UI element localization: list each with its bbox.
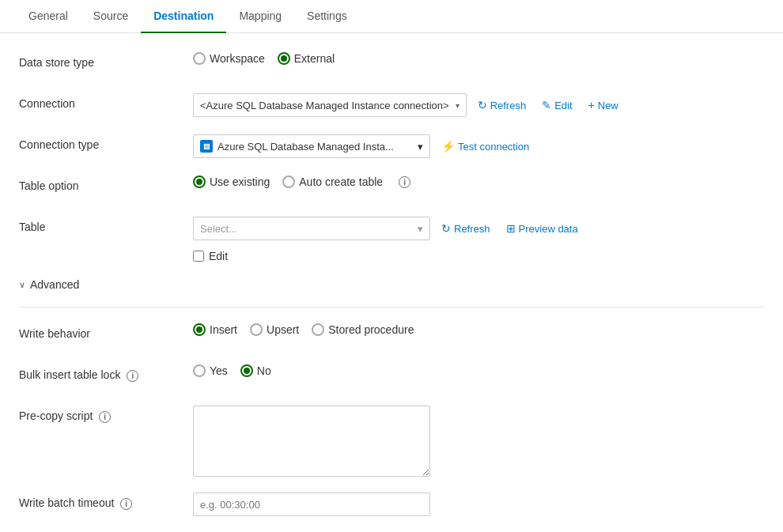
- radio-no-label: No: [257, 364, 271, 377]
- table-preview-button[interactable]: ⊞ Preview data: [501, 219, 583, 238]
- database-icon: ▤: [200, 140, 213, 153]
- table-option-radio-group: Use existing Auto create table i: [193, 175, 410, 188]
- table-edit-checkbox[interactable]: Edit: [193, 250, 228, 262]
- table-option-control: Use existing Auto create table i: [193, 175, 410, 188]
- write-behavior-control: Insert Upsert Stored procedure: [193, 323, 414, 336]
- table-edit-checkbox-input[interactable]: [193, 251, 204, 262]
- pre-copy-script-label: Pre-copy script i: [19, 406, 193, 423]
- tab-mapping[interactable]: Mapping: [226, 0, 294, 33]
- bulk-insert-control: Yes No: [193, 364, 271, 377]
- advanced-toggle[interactable]: ∨ Advanced: [19, 278, 764, 291]
- plug-icon: ⚡: [441, 140, 455, 153]
- form-content: Data store type Workspace External Conne…: [0, 33, 783, 532]
- connection-type-inner: ▤ Azure SQL Database Managed Insta...: [200, 140, 394, 153]
- radio-yes-input[interactable]: [193, 364, 206, 377]
- connection-refresh-button[interactable]: ↻ Refresh: [473, 96, 531, 115]
- table-row: Table Select... ▾ ↻ Refresh ⊞ Preview da…: [19, 217, 764, 262]
- table-option-info-icon: i: [399, 176, 410, 188]
- pre-copy-info-icon: i: [99, 411, 111, 423]
- table-label: Table: [19, 217, 193, 233]
- table-refresh-button[interactable]: ↻ Refresh: [437, 219, 495, 238]
- radio-yes[interactable]: Yes: [193, 364, 228, 377]
- write-batch-timeout-label: Write batch timeout i: [19, 492, 193, 510]
- connection-edit-label: Edit: [554, 100, 572, 111]
- table-option-row: Table option Use existing Auto create ta…: [19, 175, 764, 201]
- table-select[interactable]: Select... ▾: [193, 217, 430, 240]
- radio-auto-create-input[interactable]: [282, 175, 295, 188]
- radio-insert-input[interactable]: [193, 323, 206, 336]
- connection-label: Connection: [19, 93, 193, 110]
- radio-external[interactable]: External: [278, 52, 335, 65]
- radio-workspace-label: Workspace: [210, 52, 265, 65]
- table-option-label: Table option: [19, 175, 193, 192]
- radio-upsert-input[interactable]: [250, 323, 263, 336]
- data-store-type-label: Data store type: [19, 52, 193, 69]
- write-batch-timeout-input[interactable]: [193, 492, 430, 516]
- radio-upsert-label: Upsert: [267, 323, 299, 336]
- connection-type-control: ▤ Azure SQL Database Managed Insta... ▾ …: [193, 134, 534, 158]
- connection-select-value: <Azure SQL Database Managed Instance con…: [200, 100, 449, 111]
- radio-external-input[interactable]: [278, 52, 290, 65]
- pre-copy-script-row: Pre-copy script i: [19, 406, 764, 477]
- connection-type-value: Azure SQL Database Managed Insta...: [218, 141, 394, 153]
- connection-new-button[interactable]: + New: [584, 96, 623, 115]
- plus-icon: +: [588, 99, 595, 111]
- pre-copy-script-control: [193, 406, 430, 477]
- table-select-placeholder: Select...: [200, 223, 237, 235]
- connection-row: Connection <Azure SQL Database Managed I…: [19, 93, 764, 119]
- radio-no[interactable]: No: [240, 364, 271, 377]
- radio-insert[interactable]: Insert: [193, 323, 237, 336]
- chevron-down-icon: ▾: [456, 101, 460, 110]
- write-batch-timeout-control: [193, 492, 430, 516]
- connection-type-label: Connection type: [19, 134, 193, 151]
- data-store-type-row: Data store type Workspace External: [19, 52, 764, 77]
- radio-yes-label: Yes: [210, 364, 228, 377]
- radio-stored-procedure-input[interactable]: [312, 323, 324, 336]
- bulk-insert-info-icon: i: [127, 370, 138, 382]
- radio-workspace-input[interactable]: [193, 52, 206, 65]
- divider: [19, 307, 764, 308]
- tab-source[interactable]: Source: [81, 0, 141, 33]
- radio-upsert[interactable]: Upsert: [250, 323, 299, 336]
- table-preview-label: Preview data: [519, 223, 578, 235]
- preview-icon: ⊞: [506, 222, 516, 235]
- connection-select[interactable]: <Azure SQL Database Managed Instance con…: [193, 93, 467, 117]
- table-refresh-label: Refresh: [454, 223, 490, 235]
- radio-no-input[interactable]: [240, 364, 253, 377]
- tab-general[interactable]: General: [16, 0, 81, 33]
- connection-control: <Azure SQL Database Managed Instance con…: [193, 93, 623, 117]
- write-batch-timeout-row: Write batch timeout i: [19, 492, 764, 518]
- radio-use-existing-input[interactable]: [193, 175, 206, 188]
- radio-use-existing[interactable]: Use existing: [193, 175, 270, 188]
- radio-external-label: External: [294, 52, 335, 65]
- connection-type-select[interactable]: ▤ Azure SQL Database Managed Insta... ▾: [193, 134, 430, 158]
- radio-stored-procedure[interactable]: Stored procedure: [312, 323, 414, 336]
- radio-workspace[interactable]: Workspace: [193, 52, 265, 65]
- chevron-down-icon: ∨: [19, 280, 25, 290]
- radio-auto-create[interactable]: Auto create table: [282, 175, 383, 188]
- write-behavior-label: Write behavior: [19, 323, 193, 340]
- write-behavior-row: Write behavior Insert Upsert Stored proc…: [19, 323, 764, 349]
- connection-edit-button[interactable]: ✎ Edit: [537, 96, 577, 115]
- pre-copy-script-textarea[interactable]: [193, 406, 430, 477]
- chevron-down-icon: ▾: [418, 223, 423, 235]
- data-store-type-radio-group: Workspace External: [193, 52, 335, 65]
- advanced-label: Advanced: [30, 278, 79, 291]
- test-connection-button[interactable]: ⚡ Test connection: [437, 137, 534, 156]
- connection-new-label: New: [598, 100, 618, 111]
- connection-type-row: Connection type ▤ Azure SQL Database Man…: [19, 134, 764, 160]
- write-batch-timeout-info-icon: i: [120, 498, 132, 510]
- bulk-insert-row: Bulk insert table lock i Yes No: [19, 364, 764, 390]
- refresh-icon: ↻: [441, 222, 451, 235]
- table-control: Select... ▾ ↻ Refresh ⊞ Preview data Edi…: [193, 217, 583, 262]
- bulk-insert-label: Bulk insert table lock i: [19, 364, 193, 382]
- connection-refresh-label: Refresh: [490, 100, 527, 111]
- radio-auto-create-label: Auto create table: [299, 175, 383, 188]
- tab-destination[interactable]: Destination: [141, 0, 226, 33]
- test-connection-label: Test connection: [458, 141, 529, 153]
- radio-stored-procedure-label: Stored procedure: [328, 323, 414, 336]
- edit-icon: ✎: [542, 99, 551, 111]
- write-behavior-radio-group: Insert Upsert Stored procedure: [193, 323, 414, 336]
- bulk-insert-radio-group: Yes No: [193, 364, 271, 377]
- tab-settings[interactable]: Settings: [294, 0, 360, 33]
